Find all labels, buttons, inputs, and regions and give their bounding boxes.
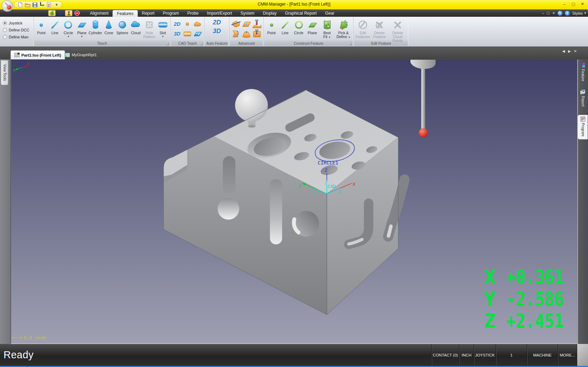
- cad-x-label: X: [338, 189, 341, 194]
- status-machine[interactable]: MACHINE: [527, 344, 558, 366]
- report-panel-tab[interactable]: Report: [578, 88, 588, 112]
- menu-system[interactable]: System: [236, 9, 259, 17]
- tab-part1-iso[interactable]: Part1:Iso (Front Left): [10, 50, 65, 59]
- tab-prev-button[interactable]: ◀: [562, 49, 565, 53]
- radio-joystick[interactable]: Joystick: [3, 20, 34, 27]
- teach-sphere-button[interactable]: Sphere: [116, 19, 129, 35]
- teach-point-button[interactable]: Point: [35, 19, 48, 35]
- cad-teach-cloud-button[interactable]: [193, 19, 203, 29]
- delete-cloud-x-icon: [393, 19, 402, 31]
- pick-define-button[interactable]: Pick &Define ▼: [335, 19, 352, 39]
- doc-restore-button[interactable]: ▢: [546, 11, 550, 15]
- cloud-icon: [130, 19, 141, 31]
- apple-icon[interactable]: [48, 10, 56, 16]
- svg-text:Y: Y: [13, 68, 15, 73]
- delete-cloud-points-button[interactable]: Delete CloudPoints: [388, 19, 408, 43]
- joystick-icon[interactable]: [65, 10, 72, 16]
- cad-teach-3d-button[interactable]: 3D: [172, 29, 182, 38]
- cad-teach-point-button[interactable]: [183, 19, 193, 29]
- model-tab-icon: [14, 53, 20, 57]
- teach-line-button[interactable]: Line: [48, 19, 62, 35]
- menu-alignment[interactable]: Alignment: [86, 9, 113, 17]
- cad-teach-dialog-launcher[interactable]: [200, 42, 203, 45]
- status-contact[interactable]: CONTACT (0): [431, 344, 459, 366]
- best-fit-button[interactable]: BestFit ▼: [319, 19, 335, 39]
- edit-features-button[interactable]: EditFeatures: [354, 19, 371, 39]
- cad-teach-2d-button[interactable]: 2D: [172, 19, 182, 29]
- doc-close-button[interactable]: ✕: [552, 11, 555, 15]
- delete-feature-button[interactable]: DeleteFeature: [371, 19, 387, 39]
- adv-probe-pocket-button[interactable]: [252, 29, 262, 38]
- view-tools-tab[interactable]: View Tools: [1, 60, 8, 85]
- adv-probe-surface-button[interactable]: [252, 19, 262, 29]
- feature-panel-tab[interactable]: Feature: [578, 61, 588, 86]
- auto-2d-button[interactable]: 2D: [213, 19, 221, 26]
- construct-point-button[interactable]: Point: [265, 19, 278, 35]
- delete-x-icon: [374, 19, 384, 31]
- pencil-icon: [358, 19, 368, 31]
- boss-icon: [242, 29, 251, 38]
- cad-teach-slot-button[interactable]: [183, 29, 193, 38]
- construct-dialog-launcher[interactable]: [349, 42, 352, 45]
- adv-boss-button[interactable]: [242, 29, 251, 38]
- minimize-button[interactable]: –: [561, 2, 567, 6]
- radio-define-man[interactable]: Define Man: [3, 34, 34, 41]
- probe-stylus: [421, 69, 425, 131]
- viewport-3d[interactable]: CIRCLE1 Z Y X Z CAD Y: [10, 59, 578, 344]
- teach-hole-pattern-button[interactable]: HolePattern: [143, 19, 156, 39]
- chevron-down-icon: ▼: [81, 35, 83, 38]
- adv-curve-button[interactable]: [231, 29, 241, 38]
- teach-circle-button[interactable]: Circle▼: [62, 19, 75, 38]
- status-units[interactable]: INCH: [459, 344, 474, 366]
- construct-feature-group: Point Line Circle Plane BestFit ▼ Pick &…: [264, 17, 353, 46]
- tab-mygraphrpt1[interactable]: MyGraphRpt1: [62, 50, 100, 59]
- menu-import-export[interactable]: Import/Export: [203, 9, 236, 17]
- runner-icon[interactable]: [57, 10, 64, 16]
- styles-dropdown[interactable]: Styles▼: [572, 11, 587, 15]
- adv-section-button[interactable]: [231, 19, 241, 29]
- info-icon[interactable]: i: [565, 11, 570, 16]
- teach-cloud-button[interactable]: Cloud: [129, 19, 143, 35]
- teach-cylinder-button[interactable]: Cylinder: [88, 19, 102, 35]
- menu-display[interactable]: Display: [259, 9, 281, 17]
- app-logo-icon[interactable]: [1, 0, 14, 13]
- stop-icon[interactable]: [73, 10, 81, 16]
- group-caption: Advanced: [230, 41, 263, 46]
- 2d-icon: 2D: [213, 19, 221, 26]
- menu-report[interactable]: Report: [138, 9, 159, 17]
- program-tab-icon: [581, 117, 585, 122]
- menu-gear[interactable]: Gear: [321, 9, 339, 17]
- plane-icon: [307, 19, 318, 31]
- program-panel-tab[interactable]: Program: [578, 115, 588, 139]
- teach-dialog-launcher[interactable]: [166, 42, 169, 45]
- menu-program[interactable]: Program: [159, 9, 183, 17]
- construct-line-button[interactable]: Line: [278, 19, 292, 35]
- title-bar: ▼ CMM-Manager - [Part1:Iso (Front Left)]…: [0, 0, 588, 9]
- doc-minimize-button[interactable]: –: [542, 11, 544, 15]
- menu-probe[interactable]: Probe: [183, 9, 203, 17]
- menu-features[interactable]: Features: [113, 10, 137, 17]
- chevron-down-icon: ▼: [67, 35, 70, 38]
- cad-teach-plane-button[interactable]: [193, 29, 203, 38]
- radio-define-dcc[interactable]: Define DCC: [3, 27, 34, 34]
- construct-plane-button[interactable]: Plane: [306, 19, 319, 35]
- maximize-button[interactable]: ▢: [571, 2, 576, 6]
- tab-close-button[interactable]: ✕: [574, 49, 577, 53]
- teach-cone-button[interactable]: Cone: [102, 19, 116, 35]
- help-icon[interactable]: ?: [558, 11, 562, 16]
- dro-x-axis: X: [484, 265, 496, 288]
- group-caption: Auto Feature: [205, 41, 229, 46]
- status-joystick[interactable]: JOYSTICK: [474, 344, 496, 366]
- auto-3d-button[interactable]: 3D: [213, 28, 221, 35]
- teach-plane-button[interactable]: Plane▼: [75, 19, 89, 38]
- menu-graphical-report[interactable]: Graphical Report: [281, 9, 321, 17]
- tab-next-button[interactable]: ▶: [568, 49, 571, 53]
- teach-slot-button[interactable]: Slot▼: [156, 19, 170, 38]
- close-button[interactable]: ✕: [580, 2, 585, 6]
- radio-icon: [3, 28, 7, 32]
- resize-grip[interactable]: [577, 344, 588, 366]
- status-count[interactable]: 1: [496, 344, 527, 366]
- status-more[interactable]: MORE...: [558, 344, 577, 366]
- construct-circle-button[interactable]: Circle: [292, 19, 306, 35]
- adv-surface-point-button[interactable]: [242, 19, 251, 29]
